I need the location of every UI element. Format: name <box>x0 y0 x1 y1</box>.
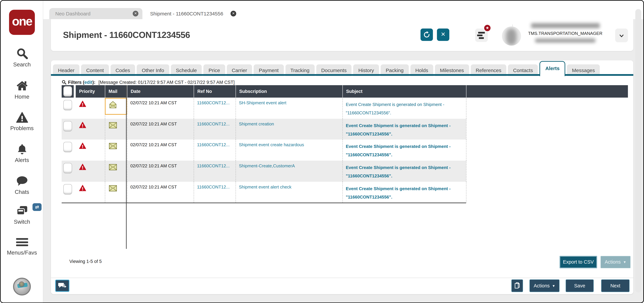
tab-alerts[interactable]: Alerts <box>540 61 565 76</box>
column-separator <box>342 119 343 140</box>
cell-subject-link[interactable]: Event Create Shipment is generated on Sh… <box>346 184 464 201</box>
sidebar-item-label: Search <box>1 61 43 68</box>
select-all-header-cell <box>62 85 74 98</box>
cell-ref-no-link[interactable]: 11660CONT12... <box>197 121 230 126</box>
export-to-csv-button[interactable]: Export to CSV <box>560 256 597 268</box>
column-separator <box>127 98 127 119</box>
column-header-filler <box>466 85 628 98</box>
sidebar-item-home[interactable]: Home <box>1 80 43 100</box>
favorite-star-badge[interactable]: ★ <box>484 24 491 32</box>
left-sidebar: one SearchHomeProblemsAlertsChatsSwitch⇄… <box>1 1 43 302</box>
closed-envelope-icon[interactable] <box>109 143 117 149</box>
column-separator <box>127 161 127 182</box>
actions-button[interactable]: Actions▼ <box>530 279 560 292</box>
cell-date: 02/07/22 10:21 AM CST <box>130 184 177 189</box>
row-checkbox[interactable] <box>63 121 72 131</box>
cell-subscription-link[interactable]: Shipment event create hazardous <box>239 142 304 147</box>
chat-assistant-button[interactable] <box>55 280 69 292</box>
column-separator <box>466 140 466 161</box>
warning-triangle-icon <box>79 164 86 170</box>
user-email-redacted <box>535 39 596 43</box>
row-checkbox[interactable] <box>63 100 72 110</box>
column-separator <box>342 140 343 161</box>
cell-date: 02/07/22 10:21 AM CST <box>130 100 177 105</box>
sidebar-item-alerts[interactable]: Alerts <box>1 143 43 163</box>
filters-label: Filters ( <box>68 80 84 85</box>
cell-subject-link[interactable]: Event Create Shipment is generated on Sh… <box>346 100 464 117</box>
user-role: TMS.TRANSPORTATION_MANAGER <box>524 31 607 36</box>
table-header-row: PriorityMailDateRef NoSubscriptionSubjec… <box>76 85 628 98</box>
scrollbar[interactable] <box>635 9 641 292</box>
close-icon[interactable]: × <box>133 11 138 17</box>
column-header-subscription[interactable]: Subscription <box>236 85 342 98</box>
column-header-subject[interactable]: Subject <box>342 85 466 98</box>
column-header-mail[interactable]: Mail <box>105 85 127 98</box>
table-bottom-border <box>62 203 466 203</box>
close-icon[interactable]: × <box>230 11 236 17</box>
cell-subscription-link[interactable]: Shipment event alert check <box>239 184 292 189</box>
save-button[interactable]: Save <box>566 279 594 292</box>
row-checkbox[interactable] <box>63 163 72 173</box>
workspace-tab-neo-dashboard[interactable]: Neo Dashboard × <box>49 8 142 19</box>
refresh-button[interactable] <box>420 29 433 41</box>
user-avatar-bottom[interactable] <box>13 278 31 295</box>
sidebar-item-chats[interactable]: Chats <box>1 175 43 195</box>
cell-date: 02/07/22 10:21 AM CST <box>130 121 177 126</box>
column-separator <box>236 140 236 161</box>
sidebar-item-label: Chats <box>1 189 43 195</box>
copy-button[interactable] <box>511 279 523 292</box>
column-separator <box>466 161 466 182</box>
user-avatar[interactable] <box>502 27 521 46</box>
column-separator <box>127 182 127 203</box>
open-envelope-icon[interactable] <box>109 101 117 107</box>
closed-envelope-icon[interactable] <box>109 164 117 170</box>
closed-envelope-icon[interactable] <box>109 185 117 191</box>
bell-icon <box>16 143 28 155</box>
next-button[interactable]: Next <box>601 279 630 292</box>
cell-subject-link[interactable]: Event Create Shipment is generated on Sh… <box>346 163 464 180</box>
column-separator <box>127 119 127 140</box>
header-card: Shipment - 11660CONT1234556 ✕ ★ TMS.TRAN… <box>51 19 633 51</box>
cell-subject-link[interactable]: Event Create Shipment is generated on Sh… <box>346 142 464 159</box>
row-checkbox[interactable] <box>63 184 72 194</box>
cell-ref-no-link[interactable]: 11660CONT12... <box>197 184 230 189</box>
column-header-date[interactable]: Date <box>127 85 194 98</box>
cell-date: 02/07/22 10:21 AM CST <box>130 163 177 168</box>
switch-arrows-badge[interactable]: ⇄ <box>32 203 42 211</box>
close-record-button[interactable]: ✕ <box>437 29 449 41</box>
page-title: Shipment - 11660CONT1234556 <box>63 30 190 40</box>
one-network-logo[interactable]: one <box>9 10 35 35</box>
sidebar-item-problems[interactable]: Problems <box>1 111 43 131</box>
column-separator <box>105 140 105 161</box>
select-all-checkbox[interactable] <box>63 86 72 97</box>
cell-subject-link[interactable]: Event Create Shipment is generated on Sh… <box>346 121 464 138</box>
table-row: 02/07/22 10:21 AM CST11660CONT12...Shipm… <box>62 140 466 161</box>
filters-edit-link[interactable]: edit <box>84 80 92 85</box>
sidebar-item-search[interactable]: Search <box>1 48 43 68</box>
row-checkbox[interactable] <box>63 142 72 152</box>
cell-subscription-link[interactable]: Shipment-Create,CustomerA <box>239 163 295 168</box>
column-separator <box>236 182 236 203</box>
cell-ref-no-link[interactable]: 11660CONT12... <box>197 100 230 105</box>
sidebar-item-menus-favs[interactable]: Menus/Favs <box>1 237 43 256</box>
sidebar-item-switch[interactable]: Switch⇄ <box>1 205 43 225</box>
cell-ref-no-link[interactable]: 11660CONT12... <box>197 142 230 147</box>
table-row: 02/07/22 10:21 AM CST11660CONT12...Shipm… <box>62 182 466 203</box>
workspace-tab-shipment[interactable]: Shipment - 11660CONT1234556 × <box>144 8 240 19</box>
table-row: 02/07/22 10:21 AM CST11660CONT12...Shipm… <box>62 161 466 182</box>
user-menu-button[interactable] <box>615 29 628 42</box>
chat-play-icon <box>58 282 67 289</box>
user-info: TMS.TRANSPORTATION_MANAGER <box>524 23 607 43</box>
cell-subscription-link[interactable]: SH-Shipment event alert <box>239 100 286 105</box>
cell-ref-no-link[interactable]: 11660CONT12... <box>197 163 230 168</box>
sidebar-item-label: Home <box>1 94 43 100</box>
column-separator <box>194 182 194 203</box>
table-row: 02/07/22 10:21 AM CST11660CONT12...Shipm… <box>62 119 466 140</box>
column-header-priority[interactable]: Priority <box>76 85 105 98</box>
column-header-ref-no[interactable]: Ref No <box>194 85 236 98</box>
filters-label-suffix: ): <box>92 80 96 85</box>
cell-subscription-link[interactable]: Shipment creation <box>239 121 274 126</box>
closed-envelope-icon[interactable] <box>109 122 117 128</box>
caret-down-icon: ▼ <box>623 256 626 268</box>
warning-triangle-icon <box>79 143 86 149</box>
